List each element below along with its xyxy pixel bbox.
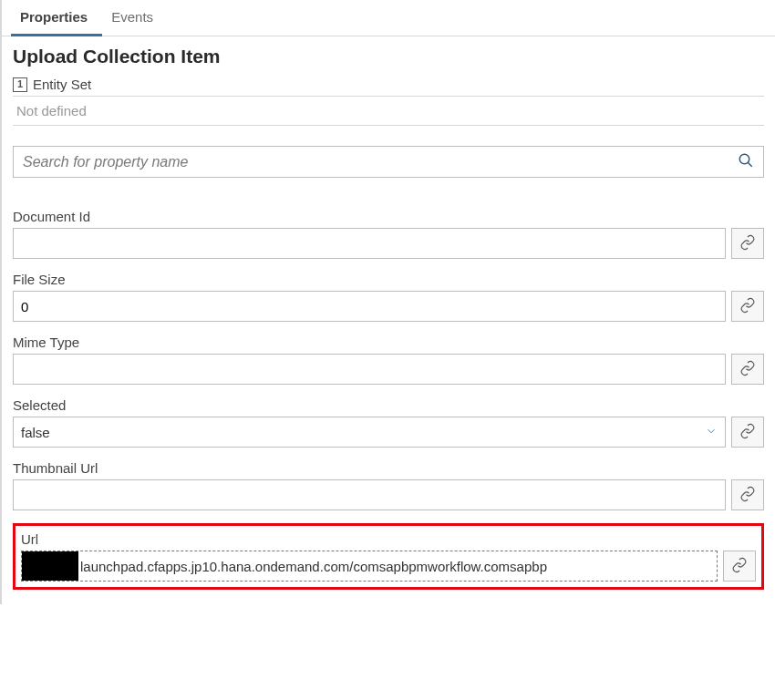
field-file-size: File Size	[13, 272, 764, 322]
bind-button-url[interactable]	[723, 551, 756, 582]
label-url: Url	[21, 531, 756, 547]
input-url[interactable]: launchpad.cfapps.jp10.hana.ondemand.com/…	[21, 551, 718, 582]
field-mime-type: Mime Type	[13, 335, 764, 385]
bind-button-thumbnail-url[interactable]	[731, 479, 764, 510]
chevron-down-icon	[705, 425, 718, 440]
search-input[interactable]	[23, 154, 738, 170]
link-icon	[739, 234, 756, 253]
bind-button-selected[interactable]	[731, 417, 764, 448]
tab-properties[interactable]: Properties	[11, 0, 102, 36]
input-file-size[interactable]	[13, 291, 726, 322]
entity-set-label: Entity Set	[33, 77, 91, 92]
label-selected: Selected	[13, 397, 764, 413]
search-icon	[738, 152, 754, 171]
entity-set-icon: 1	[13, 77, 27, 92]
bind-button-file-size[interactable]	[731, 291, 764, 322]
entity-set-row: 1 Entity Set	[13, 77, 764, 92]
field-thumbnail-url: Thumbnail Url	[13, 460, 764, 510]
label-mime-type: Mime Type	[13, 335, 764, 350]
link-icon	[739, 360, 756, 379]
properties-panel: Properties Events Upload Collection Item…	[0, 0, 775, 604]
tab-bar: Properties Events	[2, 0, 775, 36]
label-file-size: File Size	[13, 272, 764, 287]
field-document-id: Document Id	[13, 209, 764, 259]
svg-point-0	[739, 154, 749, 164]
select-selected-value: false	[21, 425, 50, 440]
url-text: launchpad.cfapps.jp10.hana.ondemand.com/…	[78, 559, 549, 574]
select-selected[interactable]: false	[13, 417, 726, 448]
tab-events[interactable]: Events	[102, 0, 168, 36]
content-area: Upload Collection Item 1 Entity Set Not …	[2, 36, 775, 604]
page-title: Upload Collection Item	[13, 46, 764, 67]
link-icon	[739, 423, 756, 442]
field-selected: Selected false	[13, 397, 764, 448]
link-icon	[739, 297, 756, 316]
input-mime-type[interactable]	[13, 354, 726, 385]
bind-button-document-id[interactable]	[731, 228, 764, 259]
entity-set-value[interactable]: Not defined	[13, 96, 764, 126]
redacted-block	[22, 551, 78, 581]
svg-line-1	[748, 162, 752, 167]
input-thumbnail-url[interactable]	[13, 479, 726, 510]
link-icon	[731, 557, 748, 576]
label-document-id: Document Id	[13, 209, 764, 224]
url-highlight: Url launchpad.cfapps.jp10.hana.ondemand.…	[13, 523, 764, 590]
label-thumbnail-url: Thumbnail Url	[13, 460, 764, 476]
search-box[interactable]	[13, 146, 764, 178]
link-icon	[739, 486, 756, 505]
bind-button-mime-type[interactable]	[731, 354, 764, 385]
input-document-id[interactable]	[13, 228, 726, 259]
